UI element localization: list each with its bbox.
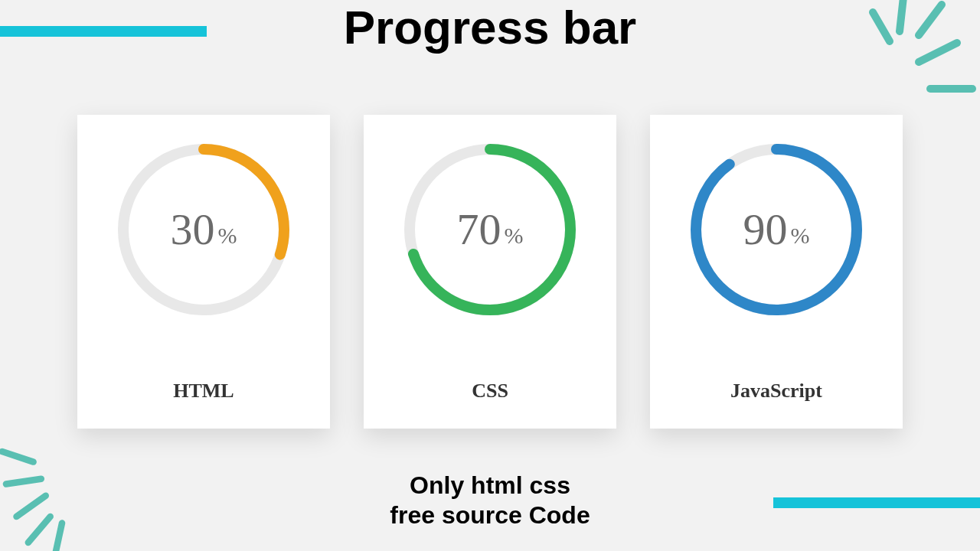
progress-ring: 30 % <box>104 130 303 329</box>
page-title: Progress bar <box>0 0 980 54</box>
progress-label: HTML <box>173 380 234 429</box>
page-subtitle: Only html css free source Code <box>0 471 980 530</box>
percent-sign: % <box>218 224 237 252</box>
progress-ring: 90 % <box>677 130 876 329</box>
subtitle-line: Only html css <box>0 471 980 500</box>
progress-label: CSS <box>472 380 508 429</box>
svg-line-9 <box>2 452 34 462</box>
progress-label: JavaScript <box>730 380 822 429</box>
progress-value: 70 <box>457 207 501 252</box>
progress-value: 90 <box>743 207 788 252</box>
progress-card-js: 90 % JavaScript <box>650 115 903 429</box>
subtitle-line: free source Code <box>0 500 980 530</box>
progress-value: 30 <box>171 207 215 252</box>
progress-ring: 70 % <box>390 130 590 329</box>
percent-sign: % <box>791 224 810 252</box>
progress-card-html: 30 % HTML <box>77 115 330 429</box>
progress-card-css: 70 % CSS <box>364 115 616 429</box>
percent-sign: % <box>505 224 524 252</box>
cards-row: 30 % HTML 70 % CSS <box>0 115 980 429</box>
